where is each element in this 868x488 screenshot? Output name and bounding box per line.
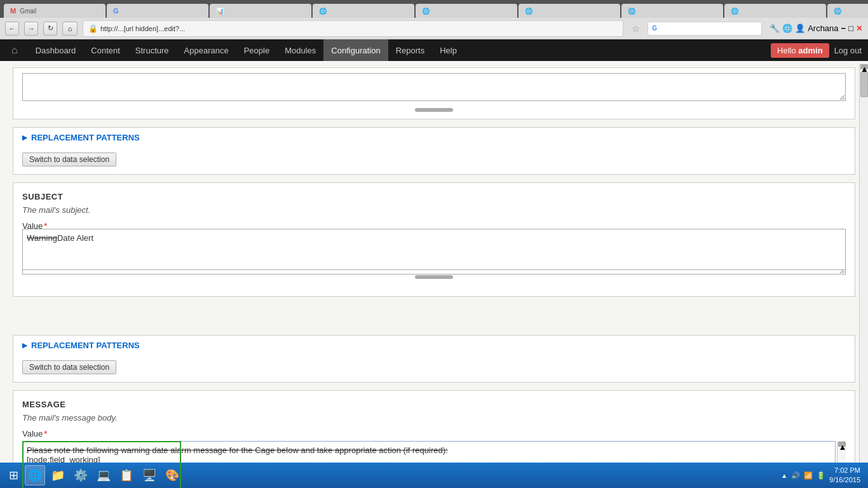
subject-textarea[interactable]: <span class="strikethrough">Warning</spa… (22, 233, 846, 274)
restore-button[interactable]: □ (848, 24, 853, 33)
systray-icon-2: 📶 (804, 471, 813, 480)
google-search-box[interactable]: G (648, 22, 762, 36)
user-greeting-area: Hello admin Log out (771, 43, 868, 58)
hello-admin-label: Hello admin (771, 43, 829, 58)
start-button[interactable]: ⊞ (5, 468, 22, 482)
start-icon: ⊞ (9, 469, 18, 482)
switch-data-selection-btn-1[interactable]: Switch to data selection (22, 152, 116, 166)
reload-button[interactable]: ↻ (43, 22, 57, 36)
lock-icon: 🔒 (88, 24, 98, 33)
top-textarea-section (13, 67, 855, 119)
nav-reports[interactable]: Reports (388, 39, 433, 61)
tab-7[interactable]: 🌐 (724, 4, 826, 18)
taskbar-icon-6[interactable]: 🖥️ (139, 465, 159, 485)
scrollbar-up: ▲ (838, 442, 846, 447)
subject-textarea-wrapper: <span class="strikethrough">Warning</spa… (22, 233, 846, 276)
systray-icon-3: 🔋 (817, 471, 825, 480)
rp-arrow-icon-2: ▶ (22, 341, 27, 349)
rp-header-1[interactable]: ▶ REPLACEMENT PATTERNS (13, 128, 855, 147)
rp-title-1: REPLACEMENT PATTERNS (31, 133, 140, 142)
rp-arrow-icon-1: ▶ (22, 133, 27, 142)
subject-description: The mail's subject. (22, 205, 846, 215)
scrollbar-indicator (415, 108, 453, 112)
message-required-asterisk: * (44, 429, 47, 438)
taskbar: ⊞ 🌐 📁 ⚙️ 💻 📋 🖥️ 🎨 ▲ 🔊 📶 🔋 7:02 PM 9/16/2… (0, 463, 868, 488)
admin-name: admin (798, 46, 822, 55)
taskbar-icon-5-img: 📋 (119, 468, 133, 482)
systray-arrow[interactable]: ▲ (781, 472, 787, 479)
switch-data-selection-btn-2[interactable]: Switch to data selection (22, 360, 116, 374)
logout-button[interactable]: Log out (834, 46, 862, 55)
home-button[interactable]: ⌂ (62, 22, 78, 36)
ext-icon-3[interactable]: 👤 (795, 24, 805, 33)
browser-tab-bar: M Gmail G 📊 🌐 🌐 🌐 🌐 🌐 🌐 🌐 🌐 🌐 🌐 E ✕ + (0, 0, 868, 18)
bookmark-icon[interactable]: ☆ (628, 22, 642, 36)
drupal-navbar: ⌂ Dashboard Content Structure Appearance… (0, 39, 868, 61)
tab-3[interactable]: 🌐 (313, 4, 414, 18)
back-button[interactable]: ← (5, 22, 19, 36)
page-scrollbar[interactable]: ▲ (859, 64, 868, 463)
replacement-patterns-1: ▶ REPLACEMENT PATTERNS Switch to data se… (13, 127, 855, 175)
ie-icon: 🌐 (28, 468, 42, 482)
taskbar-icon-5[interactable]: 📋 (116, 465, 137, 485)
message-value-label: Value* (22, 429, 846, 438)
clock-date: 9/16/2015 (829, 475, 860, 485)
xampp-icon: ⚙️ (74, 468, 88, 482)
drupal-home-icon[interactable]: ⌂ (6, 44, 23, 56)
tab-8[interactable]: 🌐 (827, 4, 868, 18)
taskbar-icon-xampp[interactable]: ⚙️ (71, 465, 91, 485)
ext-icon-1[interactable]: 🔧 (770, 24, 780, 33)
tab-gmail[interactable]: M Gmail (4, 4, 105, 18)
address-bar[interactable]: 🔒 http://...[url hidden]...edit?... (83, 20, 623, 37)
nav-structure[interactable]: Structure (128, 39, 177, 61)
nav-configuration[interactable]: Configuration (323, 39, 388, 61)
subject-section: SUBJECT The mail's subject. Value* <span… (13, 182, 855, 297)
top-textarea[interactable] (22, 73, 846, 101)
message-title: MESSAGE (22, 400, 846, 409)
systray-icon-1: 🔊 (791, 471, 800, 480)
google-icon: G (652, 25, 657, 32)
google-search-input[interactable] (660, 25, 757, 32)
clock-time: 7:02 PM (829, 466, 860, 475)
nav-modules[interactable]: Modules (277, 39, 323, 61)
required-asterisk: * (44, 221, 47, 231)
taskbar-clock[interactable]: 7:02 PM 9/16/2015 (829, 466, 860, 485)
tab-6[interactable]: 🌐 (621, 4, 723, 18)
nav-dashboard[interactable]: Dashboard (28, 39, 84, 61)
taskbar-icon-7-img: 🎨 (165, 468, 179, 482)
replacement-patterns-2: ▶ REPLACEMENT PATTERNS Switch to data se… (13, 335, 855, 383)
minimize-button[interactable]: − (841, 24, 846, 33)
taskbar-icon-folder[interactable]: 📁 (48, 465, 68, 485)
browser-nav: ← → ↻ ⌂ 🔒 http://...[url hidden]...edit?… (0, 18, 868, 39)
folder-icon: 📁 (51, 468, 65, 482)
hello-prefix: Hello (777, 46, 798, 55)
message-description: The mail's message body. (22, 413, 846, 423)
page-scroll-thumb (860, 72, 868, 97)
rp-title-2: REPLACEMENT PATTERNS (31, 341, 140, 350)
cmd-icon: 💻 (97, 468, 111, 482)
ext-icon-2[interactable]: 🌐 (782, 24, 792, 33)
subject-title: SUBJECT (22, 192, 846, 201)
nav-appearance[interactable]: Appearance (177, 39, 236, 61)
taskbar-icon-7[interactable]: 🎨 (162, 465, 182, 485)
systray: ▲ 🔊 📶 🔋 7:02 PM 9/16/2015 (781, 466, 863, 485)
subject-value-label: Value* (22, 221, 846, 231)
rp-header-2[interactable]: ▶ REPLACEMENT PATTERNS (13, 336, 855, 355)
taskbar-icon-6-img: 🖥️ (142, 468, 156, 482)
page-scrollbar-up: ▲ (860, 64, 868, 69)
forward-button[interactable]: → (24, 22, 38, 36)
main-content: ▶ REPLACEMENT PATTERNS Switch to data se… (0, 61, 868, 488)
window-close-button[interactable]: ✕ (856, 24, 863, 33)
nav-people[interactable]: People (236, 39, 277, 61)
taskbar-icon-cmd[interactable]: 💻 (93, 465, 114, 485)
tab-sheets[interactable]: 📊 (210, 4, 311, 18)
tab-5[interactable]: 🌐 (519, 4, 620, 18)
tab-4[interactable]: 🌐 (416, 4, 517, 18)
extension-icons: 🔧 🌐 👤 Archana − □ ✕ (770, 24, 863, 33)
nav-content[interactable]: Content (83, 39, 128, 61)
tab-google[interactable]: G (107, 4, 208, 18)
address-text: http://...[url hidden]...edit?... (100, 25, 185, 32)
nav-help[interactable]: Help (432, 39, 465, 61)
taskbar-icon-ie[interactable]: 🌐 (25, 465, 45, 485)
user-icon[interactable]: Archana (808, 24, 838, 33)
